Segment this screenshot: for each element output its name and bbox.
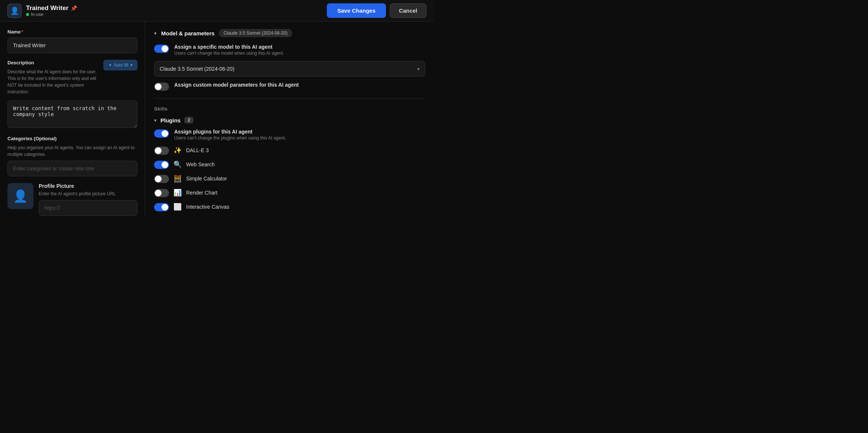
header-actions: Save Changes Cancel — [327, 3, 427, 18]
model-select-wrapper: Claude 3.5 Sonnet (2024-06-20) ▾ — [154, 61, 425, 77]
header-left: 👤 Trained Writer 📌 In-use — [7, 4, 77, 18]
custom-params-toggle-thumb — [155, 83, 162, 90]
pin-icon: 📌 — [71, 5, 77, 11]
categories-hint: Help you organize your AI agents. You ca… — [7, 144, 137, 158]
plugin-toggle-thumb-3 — [155, 190, 162, 196]
assign-model-toggle[interactable] — [154, 45, 169, 53]
name-field-group: Name* — [7, 29, 137, 53]
plugin-toggle-thumb-1 — [162, 161, 168, 168]
assign-plugins-toggle-track — [154, 129, 169, 138]
assign-model-sublabel: Users can't change the model when using … — [174, 51, 425, 56]
status-dot — [26, 13, 29, 16]
profile-picture-input[interactable] — [39, 200, 137, 216]
plugins-title: Plugins — [160, 117, 181, 124]
plugin-item: ⬜Interactive Canvas — [154, 202, 425, 211]
assign-model-toggle-thumb — [162, 45, 168, 52]
model-params-chevron-icon[interactable]: ▾ — [154, 31, 157, 36]
plugin-icon-4: ⬜ — [173, 203, 182, 211]
header: 👤 Trained Writer 📌 In-use Save Changes C… — [0, 0, 434, 22]
description-input[interactable]: Write content from scratch in the compan… — [7, 100, 137, 128]
profile-preview-icon: 👤 — [13, 189, 28, 203]
custom-params-toggle[interactable] — [154, 83, 169, 91]
categories-label: Categories (Optional) — [7, 136, 137, 141]
assign-model-toggle-row: Assign a specific model to this AI agent… — [154, 44, 425, 56]
plugin-item: 🔍Web Search — [154, 160, 425, 169]
autofill-icon: ✦ — [108, 62, 112, 68]
plugin-toggle-track-2 — [154, 175, 169, 183]
plugin-name-1: Web Search — [186, 161, 215, 167]
plugins-header: ▾ Plugins 2 — [154, 117, 425, 124]
plugin-toggle-track-0 — [154, 147, 169, 155]
divider — [154, 98, 425, 99]
plugin-toggle-3[interactable] — [154, 189, 169, 197]
plugins-list: ✨DALL-E 3🔍Web Search🧮Simple Calculator📊R… — [154, 146, 425, 211]
profile-pic-row: 👤 Profile Picture Enter the AI agent's p… — [7, 183, 137, 216]
profile-picture-field-group: 👤 Profile Picture Enter the AI agent's p… — [7, 183, 137, 216]
page-title: Trained Writer — [26, 4, 68, 12]
name-input[interactable] — [7, 38, 137, 53]
plugin-item: ✨DALL-E 3 — [154, 146, 425, 155]
plugin-toggle-track-3 — [154, 189, 169, 197]
assign-model-label: Assign a specific model to this AI agent — [174, 44, 425, 50]
model-params-header: ▾ Model & parameters Claude 3.5 Sonnet (… — [154, 29, 425, 37]
profile-fields: Profile Picture Enter the AI agent's pro… — [39, 183, 137, 216]
profile-picture-hint: Enter the AI agent's profile picture URL — [39, 190, 137, 197]
categories-input[interactable] — [7, 161, 137, 176]
custom-params-toggle-row: Assign custom model parameters for this … — [154, 82, 425, 91]
main-layout: Name* Description Describe what the AI a… — [0, 22, 434, 216]
plugin-toggle-1[interactable] — [154, 161, 169, 169]
plugin-toggle-track-4 — [154, 203, 169, 211]
cancel-button[interactable]: Cancel — [390, 3, 427, 18]
autofill-button[interactable]: ✦ Auto fill ▾ — [103, 60, 137, 70]
categories-field-group: Categories (Optional) Help you organize … — [7, 136, 137, 176]
assign-model-toggle-track — [154, 45, 169, 53]
custom-params-label-group: Assign custom model parameters for this … — [174, 82, 425, 89]
plugin-icon-3: 📊 — [173, 189, 182, 197]
custom-params-label: Assign custom model parameters for this … — [174, 82, 425, 88]
assign-plugins-toggle-thumb — [162, 130, 168, 137]
description-field-group: Description Describe what the AI agent d… — [7, 60, 137, 129]
plugin-name-4: Interactive Canvas — [186, 204, 229, 210]
status-badge: In-use — [26, 12, 77, 17]
assign-plugins-sublabel: Users can't change the plugins when usin… — [174, 135, 425, 141]
model-badge: Claude 3.5 Sonnet (2024-06-20) — [219, 29, 292, 37]
plugin-toggle-0[interactable] — [154, 147, 169, 155]
plugin-item: 🧮Simple Calculator — [154, 174, 425, 183]
autofill-chevron-icon: ▾ — [130, 62, 133, 68]
right-panel: ▾ Model & parameters Claude 3.5 Sonnet (… — [145, 22, 434, 216]
custom-params-toggle-track — [154, 83, 169, 91]
plugin-icon-1: 🔍 — [173, 160, 182, 169]
plugin-name-2: Simple Calculator — [186, 176, 227, 182]
plugin-name-3: Render Chart — [186, 190, 217, 196]
header-title-row: Trained Writer 📌 — [26, 4, 77, 12]
avatar: 👤 — [7, 4, 22, 18]
skills-label: Skills — [154, 106, 425, 112]
status-label: In-use — [31, 12, 43, 17]
assign-model-label-group: Assign a specific model to this AI agent… — [174, 44, 425, 56]
assign-plugins-toggle-row: Assign plugins for this AI agent Users c… — [154, 129, 425, 141]
save-changes-button[interactable]: Save Changes — [327, 3, 386, 18]
plugin-toggle-thumb-0 — [155, 147, 162, 154]
plugins-chevron-icon[interactable]: ▾ — [154, 118, 157, 123]
plugin-toggle-2[interactable] — [154, 175, 169, 183]
plugin-icon-2: 🧮 — [173, 174, 182, 183]
model-select[interactable]: Claude 3.5 Sonnet (2024-06-20) — [154, 61, 425, 77]
assign-plugins-toggle[interactable] — [154, 129, 169, 138]
profile-preview: 👤 — [7, 183, 33, 209]
left-panel: Name* Description Describe what the AI a… — [0, 22, 145, 216]
plugin-icon-0: ✨ — [173, 146, 182, 154]
plugin-toggle-4[interactable] — [154, 203, 169, 211]
plugin-toggle-track-1 — [154, 161, 169, 169]
autofill-label: Auto fill — [114, 62, 128, 68]
assign-plugins-label: Assign plugins for this AI agent — [174, 129, 425, 135]
description-hint: Describe what the AI agent does for the … — [7, 68, 103, 95]
plugin-item: 📊Render Chart — [154, 188, 425, 197]
header-title-group: Trained Writer 📌 In-use — [26, 4, 77, 17]
name-label: Name* — [7, 29, 137, 35]
model-params-title: Model & parameters — [161, 30, 214, 36]
assign-plugins-label-group: Assign plugins for this AI agent Users c… — [174, 129, 425, 141]
description-header: Description Describe what the AI agent d… — [7, 60, 137, 98]
avatar-icon: 👤 — [10, 6, 19, 15]
description-label: Description — [7, 60, 103, 65]
plugin-toggle-thumb-4 — [162, 204, 168, 211]
